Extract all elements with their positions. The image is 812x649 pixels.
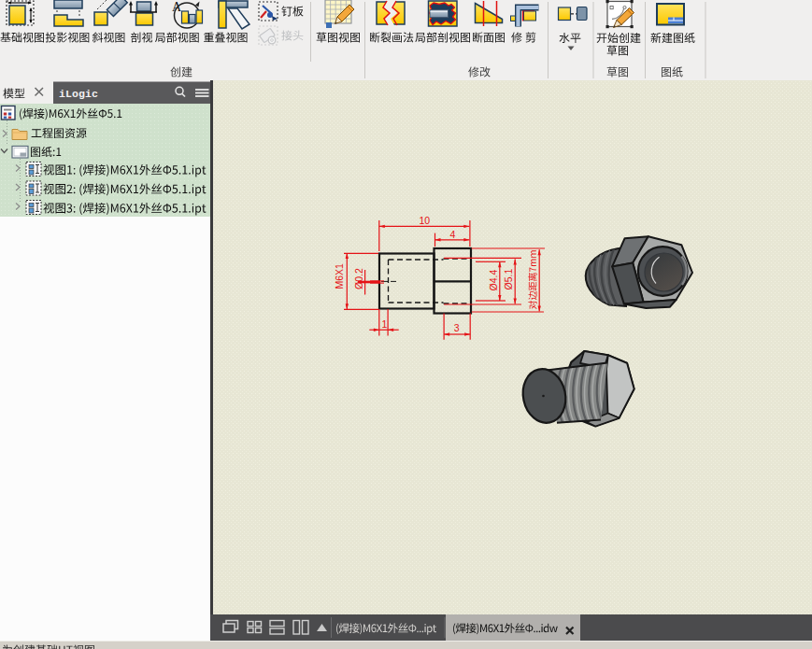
svg-text:M6X1: M6X1	[334, 263, 345, 289]
svg-text:Ø5.1: Ø5.1	[503, 269, 514, 290]
svg-text:Ø4.4: Ø4.4	[488, 270, 499, 291]
svg-text:Ø0.2: Ø0.2	[353, 268, 364, 289]
svg-text:3: 3	[454, 322, 460, 333]
svg-text:iLogic: iLogic	[59, 88, 98, 100]
svg-text:10: 10	[420, 215, 431, 226]
svg-text:4: 4	[450, 229, 456, 240]
svg-text:1: 1	[382, 318, 388, 330]
